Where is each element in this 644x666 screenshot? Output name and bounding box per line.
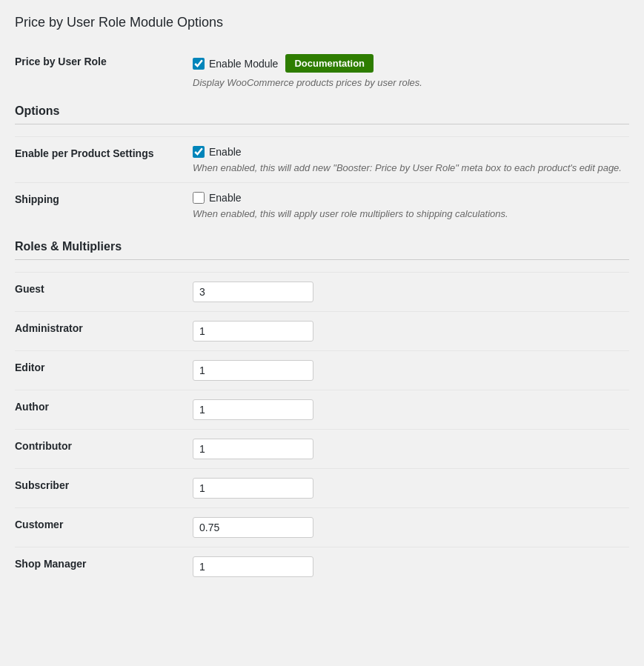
role-label: Shop Manager bbox=[15, 547, 185, 587]
table-row: Editor bbox=[15, 351, 629, 390]
table-row: Author bbox=[15, 390, 629, 430]
roles-section-header: Roles & Multipliers bbox=[15, 240, 629, 260]
table-row: Customer bbox=[15, 508, 629, 547]
role-multiplier-input[interactable] bbox=[193, 321, 313, 342]
role-multiplier-input[interactable] bbox=[193, 517, 313, 538]
table-row: Subscriber bbox=[15, 469, 629, 508]
enable-module-label: Enable Module bbox=[209, 58, 278, 70]
options-section-header: Options bbox=[15, 104, 629, 124]
role-label: Subscriber bbox=[15, 469, 185, 508]
table-row: Contributor bbox=[15, 430, 629, 469]
per-product-checkbox[interactable] bbox=[193, 146, 205, 158]
role-multiplier-input[interactable] bbox=[193, 282, 313, 302]
page-title: Price by User Role Module Options bbox=[15, 15, 629, 30]
role-multiplier-input[interactable] bbox=[193, 478, 313, 499]
documentation-button[interactable]: Documentation bbox=[285, 54, 374, 73]
module-label: Price by User Role bbox=[15, 45, 185, 93]
per-product-description: When enabled, this will add new "Booster… bbox=[193, 162, 622, 173]
per-product-enable-label: Enable bbox=[209, 146, 242, 158]
role-multiplier-input[interactable] bbox=[193, 399, 313, 420]
per-product-checkbox-label[interactable]: Enable bbox=[193, 146, 622, 158]
role-label: Customer bbox=[15, 508, 185, 547]
per-product-label: Enable per Product Settings bbox=[15, 137, 185, 183]
table-row: Guest bbox=[15, 273, 629, 312]
shipping-checkbox[interactable] bbox=[193, 192, 205, 204]
table-row: Shop Manager bbox=[15, 547, 629, 587]
shipping-checkbox-label[interactable]: Enable bbox=[193, 192, 622, 204]
shipping-label: Shipping bbox=[15, 183, 185, 229]
role-multiplier-input[interactable] bbox=[193, 360, 313, 381]
shipping-description: When enabled, this will apply user role … bbox=[193, 208, 622, 219]
role-multiplier-input[interactable] bbox=[193, 556, 313, 577]
enable-module-checkbox[interactable] bbox=[193, 58, 205, 70]
shipping-enable-label: Enable bbox=[209, 192, 242, 204]
role-label: Editor bbox=[15, 351, 185, 390]
role-label: Guest bbox=[15, 273, 185, 312]
module-description: Display WooCommerce products prices by u… bbox=[193, 77, 622, 88]
role-label: Author bbox=[15, 390, 185, 430]
role-multiplier-input[interactable] bbox=[193, 439, 313, 459]
role-label: Administrator bbox=[15, 312, 185, 351]
table-row: Administrator bbox=[15, 312, 629, 351]
role-label: Contributor bbox=[15, 430, 185, 469]
enable-module-checkbox-label[interactable]: Enable Module bbox=[193, 58, 278, 70]
